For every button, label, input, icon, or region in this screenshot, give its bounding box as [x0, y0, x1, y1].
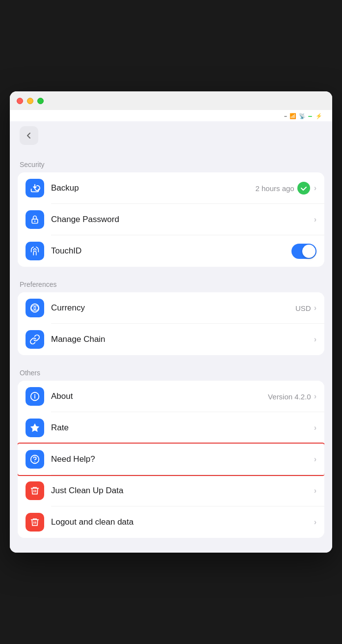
status-icons: 📶 📡 ⚡ — [282, 113, 322, 119]
touchid-icon — [26, 242, 44, 260]
section-label-0: Security — [10, 152, 332, 172]
phone-content: Security Backup2 hours ago› Change Passw… — [10, 121, 332, 553]
back-button[interactable] — [20, 126, 38, 145]
app-window: 📶 📡 ⚡ Security Backup2 hours ago› — [10, 91, 332, 553]
chevron-icon-rate: › — [314, 423, 316, 432]
list-item-change-password[interactable]: Change Password› — [18, 204, 324, 235]
item-label-backup: Backup — [51, 183, 255, 193]
item-label-need-help: Need Help? — [51, 454, 314, 464]
currency-icon — [26, 299, 44, 317]
help-icon — [26, 450, 44, 469]
item-meta-currency: USD — [295, 304, 311, 312]
chevron-icon-backup: › — [314, 184, 316, 193]
close-button[interactable] — [17, 98, 23, 104]
vpn-badge — [284, 116, 287, 117]
svg-point-4 — [34, 306, 38, 310]
toggle-touchid[interactable] — [291, 244, 316, 259]
backup-icon — [26, 179, 44, 197]
page-header — [10, 121, 332, 152]
list-item-currency[interactable]: CurrencyUSD› — [18, 292, 324, 324]
list-group-0: Backup2 hours ago› Change Password› Touc… — [18, 172, 324, 267]
list-item-just-clean-up[interactable]: Just Clean Up Data› — [18, 475, 324, 506]
section-others: Others AboutVersion 4.2.0› Rate› Need He… — [10, 360, 332, 538]
list-group-1: CurrencyUSD› Manage Chain› — [18, 292, 324, 355]
list-group-2: AboutVersion 4.2.0› Rate› Need Help?› Ju… — [18, 381, 324, 538]
bolt-icon: ⚡ — [316, 113, 322, 119]
list-item-about[interactable]: AboutVersion 4.2.0› — [18, 381, 324, 412]
settings-sections: Security Backup2 hours ago› Change Passw… — [10, 152, 332, 543]
title-bar — [10, 91, 332, 110]
chevron-icon-currency: › — [314, 304, 316, 312]
item-label-about: About — [51, 392, 268, 401]
battery-icon — [308, 116, 312, 117]
minimize-button[interactable] — [27, 98, 33, 104]
signal-icon: 📶 — [289, 113, 296, 119]
section-label-2: Others — [10, 360, 332, 381]
lock-icon — [26, 210, 44, 229]
status-bar: 📶 📡 ⚡ — [10, 110, 332, 121]
list-item-touchid[interactable]: TouchID — [18, 235, 324, 267]
item-label-manage-chain: Manage Chain — [51, 335, 314, 344]
chevron-icon-about: › — [314, 392, 316, 401]
chain-icon — [26, 330, 44, 349]
chevron-icon-need-help: › — [314, 455, 316, 464]
wifi-icon: 📡 — [299, 113, 306, 119]
check-icon-backup — [297, 182, 310, 195]
item-meta-about: Version 4.2.0 — [268, 392, 311, 401]
svg-point-2 — [31, 304, 39, 312]
trash-icon — [26, 481, 44, 500]
list-item-manage-chain[interactable]: Manage Chain› — [18, 324, 324, 355]
item-label-logout-clean: Logout and clean data — [51, 517, 314, 527]
chevron-icon-manage-chain: › — [314, 335, 316, 344]
item-label-touchid: TouchID — [51, 246, 291, 256]
item-label-just-clean-up: Just Clean Up Data — [51, 486, 314, 496]
section-preferences: Preferences CurrencyUSD› Manage Chain› — [10, 272, 332, 355]
trash-icon-2 — [26, 513, 44, 532]
chevron-icon-change-password: › — [314, 215, 316, 224]
item-label-change-password: Change Password — [51, 215, 314, 224]
svg-point-1 — [34, 221, 36, 222]
traffic-lights — [17, 98, 44, 104]
star-icon — [26, 419, 44, 437]
maximize-button[interactable] — [37, 98, 44, 104]
svg-point-7 — [34, 461, 35, 462]
item-label-currency: Currency — [51, 303, 295, 313]
list-item-logout-clean[interactable]: Logout and clean data› — [18, 506, 324, 538]
section-label-1: Preferences — [10, 272, 332, 292]
list-item-backup[interactable]: Backup2 hours ago› — [18, 172, 324, 204]
chevron-icon-logout-clean: › — [314, 518, 316, 527]
list-item-need-help[interactable]: Need Help?› — [18, 444, 324, 475]
section-security: Security Backup2 hours ago› Change Passw… — [10, 152, 332, 267]
list-item-rate[interactable]: Rate› — [18, 412, 324, 444]
item-label-rate: Rate — [51, 423, 314, 433]
item-meta-backup: 2 hours ago — [255, 184, 294, 193]
chevron-icon-just-clean-up: › — [314, 486, 316, 495]
toggle-knob — [302, 245, 316, 258]
info-icon — [26, 387, 44, 406]
